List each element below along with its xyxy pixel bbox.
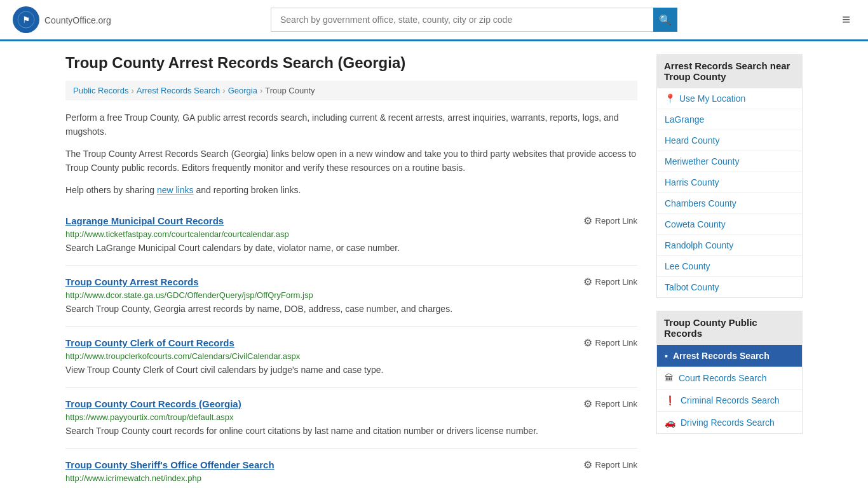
report-link[interactable]: ⚙ Report Link — [583, 398, 637, 410]
search-input[interactable] — [271, 8, 653, 32]
header: ⚑ CountyOffice.org 🔍 ≡ — [0, 0, 868, 41]
public-record-link[interactable]: Driving Records Search — [681, 417, 775, 428]
report-icon: ⚙ — [583, 276, 592, 288]
nearby-link[interactable]: Talbot County — [665, 282, 719, 292]
report-link-label: Report Link — [595, 277, 637, 287]
record-title[interactable]: Troup County Arrest Records — [65, 276, 198, 287]
nearby-list-item[interactable]: LaGrange — [657, 109, 802, 130]
nearby-list-item[interactable]: Harris County — [657, 172, 802, 193]
nearby-link[interactable]: Randolph County — [665, 240, 733, 250]
nearby-link[interactable]: Coweta County — [665, 219, 726, 229]
breadcrumb-sep-1: › — [131, 86, 133, 95]
record-title[interactable]: Troup County Court Records (Georgia) — [65, 398, 241, 409]
pr-icon: ❗ — [665, 395, 675, 405]
breadcrumb-public-records[interactable]: Public Records — [73, 86, 128, 95]
logo-suffix: .org — [96, 15, 111, 25]
report-icon: ⚙ — [583, 398, 592, 410]
public-record-item[interactable]: 🏛Court Records Search — [657, 367, 802, 390]
breadcrumb-troup-county: Troup County — [265, 86, 315, 95]
report-link-label: Report Link — [595, 460, 637, 470]
nearby-heading: Arrest Records Search near Troup County — [656, 54, 803, 88]
breadcrumb-sep-2: › — [222, 86, 225, 95]
record-url: http://www.icrimewatch.net/index.php — [65, 473, 637, 483]
record-item: Lagrange Municipal Court Records ⚙ Repor… — [65, 205, 637, 266]
nearby-list-item[interactable]: Randolph County — [657, 235, 802, 256]
search-button[interactable]: 🔍 — [653, 8, 677, 32]
record-url: https://www.payyourtix.com/troup/default… — [65, 412, 637, 422]
record-item: Troup County Court Records (Georgia) ⚙ R… — [65, 388, 637, 449]
nearby-link[interactable]: Heard County — [665, 135, 719, 146]
location-icon: 📍 — [665, 93, 675, 104]
menu-button[interactable]: ≡ — [837, 9, 855, 30]
logo-name: CountyOffice — [44, 15, 96, 25]
nearby-link[interactable]: LaGrange — [665, 114, 704, 125]
desc3-prefix: Help others by sharing — [65, 185, 157, 195]
report-link[interactable]: ⚙ Report Link — [583, 337, 637, 349]
report-link-label: Report Link — [595, 399, 637, 409]
pr-icon: 🚗 — [665, 417, 675, 428]
content-area: Troup County Arrest Records Search (Geor… — [65, 54, 637, 488]
use-location-link[interactable]: Use My Location — [679, 93, 745, 104]
record-url: http://www.troupclerkofcourts.com/Calend… — [65, 351, 637, 361]
nearby-list-item[interactable]: Talbot County — [657, 277, 802, 297]
pr-icon: 🏛 — [665, 373, 674, 383]
public-records-section: Troup County Public Records ▪Arrest Reco… — [656, 311, 803, 434]
logo-icon: ⚑ — [13, 6, 39, 33]
nearby-link[interactable]: Lee County — [665, 261, 710, 271]
search-area: 🔍 — [271, 8, 677, 32]
public-record-item[interactable]: 🚗Driving Records Search — [657, 412, 802, 433]
header-right: ≡ — [837, 9, 855, 30]
nearby-list-item[interactable]: Coweta County — [657, 214, 802, 235]
records-list: Lagrange Municipal Court Records ⚙ Repor… — [65, 205, 637, 488]
public-records-heading: Troup County Public Records — [656, 311, 803, 345]
report-link[interactable]: ⚙ Report Link — [583, 459, 637, 471]
breadcrumb-arrest-records[interactable]: Arrest Records Search — [137, 86, 220, 95]
breadcrumb: Public Records › Arrest Records Search ›… — [65, 81, 637, 100]
nearby-list: 📍 Use My Location LaGrangeHeard CountyMe… — [656, 88, 803, 298]
nearby-list-item[interactable]: Meriwether County — [657, 151, 802, 172]
breadcrumb-georgia[interactable]: Georgia — [228, 86, 257, 95]
nearby-link[interactable]: Meriwether County — [665, 156, 740, 166]
nearby-list-items: LaGrangeHeard CountyMeriwether CountyHar… — [657, 109, 802, 297]
report-link[interactable]: ⚙ Report Link — [583, 276, 637, 288]
public-record-item[interactable]: ▪Arrest Records Search — [657, 345, 802, 367]
nearby-link[interactable]: Chambers County — [665, 198, 736, 208]
report-icon: ⚙ — [583, 337, 592, 349]
nearby-list-item[interactable]: Lee County — [657, 256, 802, 277]
record-item: Troup County Clerk of Court Records ⚙ Re… — [65, 327, 637, 388]
sidebar: Arrest Records Search near Troup County … — [656, 54, 803, 488]
record-url: http://www.dcor.state.ga.us/GDC/Offender… — [65, 290, 637, 300]
report-link-label: Report Link — [595, 338, 637, 348]
public-record-link[interactable]: Criminal Records Search — [681, 395, 780, 405]
record-desc: View Troup County Clerk of Court civil c… — [65, 363, 637, 377]
record-title[interactable]: Troup County Clerk of Court Records — [65, 337, 234, 348]
use-location-item[interactable]: 📍 Use My Location — [657, 88, 802, 109]
svg-text:⚑: ⚑ — [22, 15, 31, 25]
page-title: Troup County Arrest Records Search (Geor… — [65, 54, 637, 72]
record-header: Lagrange Municipal Court Records ⚙ Repor… — [65, 215, 637, 227]
nearby-link[interactable]: Harris County — [665, 177, 719, 187]
desc3-suffix: and reporting broken links. — [194, 185, 301, 195]
new-links-link[interactable]: new links — [157, 185, 194, 195]
nearby-list-item[interactable]: Chambers County — [657, 193, 802, 214]
report-link[interactable]: ⚙ Report Link — [583, 215, 637, 227]
public-record-item[interactable]: ❗Criminal Records Search — [657, 390, 802, 412]
public-record-link[interactable]: Arrest Records Search — [673, 351, 770, 361]
logo-area: ⚑ CountyOffice.org — [13, 6, 111, 33]
pr-icon: ▪ — [665, 351, 668, 361]
public-record-link[interactable]: Court Records Search — [679, 373, 767, 383]
report-icon: ⚙ — [583, 215, 592, 227]
description-3: Help others by sharing new links and rep… — [65, 183, 637, 197]
record-desc: Search Troup County, Georgia arrest reco… — [65, 302, 637, 316]
record-desc: Search LaGrange Municipal Court calendar… — [65, 241, 637, 255]
logo-text: CountyOffice.org — [44, 13, 111, 27]
breadcrumb-sep-3: › — [260, 86, 262, 95]
record-header: Troup County Sheriff's Office Offender S… — [65, 459, 637, 471]
record-title[interactable]: Troup County Sheriff's Office Offender S… — [65, 459, 275, 470]
nearby-list-item[interactable]: Heard County — [657, 130, 802, 151]
record-desc: Search Troup County court records for on… — [65, 424, 637, 438]
record-url: http://www.ticketfastpay.com/courtcalend… — [65, 229, 637, 239]
record-title[interactable]: Lagrange Municipal Court Records — [65, 215, 224, 226]
record-header: Troup County Clerk of Court Records ⚙ Re… — [65, 337, 637, 349]
main-container: Troup County Arrest Records Search (Geor… — [53, 41, 815, 488]
